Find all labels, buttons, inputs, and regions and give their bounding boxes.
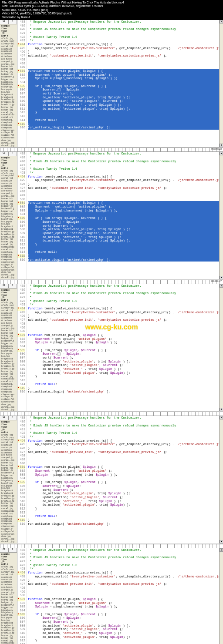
- code-line[interactable]: *: [28, 24, 219, 28]
- code-line[interactable]: *: [28, 295, 219, 299]
- code-line[interactable]: */: [28, 39, 219, 43]
- code-line[interactable]: [28, 212, 219, 216]
- code-line[interactable]: function run_activate_plugin( $plugin ) …: [28, 69, 219, 73]
- code-line[interactable]: do_action( 'activated_plugin', trim( $pl…: [28, 371, 219, 375]
- code-line[interactable]: *: [28, 156, 219, 160]
- sidebar-item[interactable]: cancelactio: [0, 510, 17, 513]
- code-line[interactable]: update_option( 'active_plugins', $curren…: [28, 363, 219, 367]
- code-line[interactable]: *: [28, 31, 219, 35]
- sidebar-item[interactable]: cancelactio: [0, 642, 17, 644]
- code-line[interactable]: */: [28, 171, 219, 175]
- code-line[interactable]: * @since Twenty Twelve 1.0: [28, 564, 219, 567]
- code-line[interactable]: * Binds JS handlers to make the Customiz…: [28, 424, 219, 428]
- sidebar-tab[interactable]: F: [9, 284, 17, 288]
- code-line[interactable]: }: [28, 182, 219, 186]
- code-line[interactable]: function run_activate_plugin( $plugin ) …: [28, 465, 219, 469]
- sidebar-item[interactable]: collage-fat: [0, 530, 17, 533]
- code-line[interactable]: * Enqueue Javascript postMessage handler…: [28, 152, 219, 156]
- timeline-ruler[interactable]: 00:00:23: [0, 148, 223, 152]
- code-line[interactable]: do_action( 'activate_' . trim( $plugin )…: [28, 367, 219, 371]
- code-line[interactable]: do_action( 'activate_plugin', trim( $plu…: [28, 492, 219, 496]
- file-sidebar[interactable]: ClFexamplefiverfiver_Mrandr-rafspfd.jpga…: [0, 548, 17, 644]
- code-line[interactable]: }: [28, 578, 219, 582]
- code-line[interactable]: add_action( 'customize_preview_init', 't…: [28, 318, 219, 322]
- sidebar-item[interactable]: afspfd.pspr: [0, 40, 17, 43]
- code-line[interactable]: $current[] = $plugin;: [28, 88, 219, 92]
- sidebar-item[interactable]: cancelactio: [0, 246, 17, 248]
- code-line[interactable]: * @since Twenty Twelve 1.0: [28, 167, 219, 171]
- code-line[interactable]: }: [28, 375, 219, 379]
- code-line[interactable]: wp_enqueue_script( 'twentytwelve-customi…: [28, 443, 219, 446]
- code-line[interactable]: * Binds JS handlers to make the Customiz…: [28, 292, 219, 295]
- code-line[interactable]: $plugin = plugin_basename( trim( $plugin…: [28, 605, 219, 609]
- code-line[interactable]: $plugin = plugin_basename( trim( $plugin…: [28, 341, 219, 345]
- sidebar-item[interactable]: darerEl.jpg: [0, 142, 17, 144]
- code-line[interactable]: if ( !in_array( $plugin, $current ) ) {: [28, 84, 219, 88]
- sidebar-tab[interactable]: Cl: [0, 284, 9, 288]
- file-sidebar[interactable]: ClFexamplefiverfiver_Mrandr-rafspfd.jpga…: [0, 20, 17, 148]
- code-line[interactable]: add_action( 'customize_preview_init', 't…: [28, 186, 219, 190]
- vertical-scrollbar[interactable]: [219, 20, 223, 148]
- code-line[interactable]: do_action( 'activate_plugin', trim( $plu…: [28, 96, 219, 100]
- sidebar-tree[interactable]: examplefiverfiver_Mrandr-rafspfd.jpgafsp…: [0, 156, 17, 279]
- code-line[interactable]: update_option( 'active_plugins', $curren…: [28, 231, 219, 235]
- code-line[interactable]: [28, 329, 219, 333]
- code-line[interactable]: }: [28, 314, 219, 318]
- sidebar-item[interactable]: darerEl.jpg: [0, 276, 17, 279]
- code-line[interactable]: do_action( 'activate_' . trim( $plugin )…: [28, 500, 219, 503]
- code-line[interactable]: if ( !in_array( $plugin, $current ) ) {: [28, 216, 219, 220]
- code-line[interactable]: [28, 454, 219, 458]
- code-line[interactable]: wp_enqueue_script( 'twentytwelve-customi…: [28, 47, 219, 50]
- code-line[interactable]: $current = get_option( 'active_plugins' …: [28, 469, 219, 473]
- code-line[interactable]: *: [28, 428, 219, 432]
- code-line[interactable]: * Binds JS handlers to make the Customiz…: [28, 27, 219, 31]
- code-content[interactable]: * Enqueue Javascript postMessage handler…: [27, 152, 219, 279]
- file-sidebar[interactable]: ClFexamplefiverfiver_Mrandr-rafspfd.jpga…: [0, 416, 17, 543]
- vertical-scrollbar[interactable]: [219, 152, 223, 279]
- code-line[interactable]: * Enqueue Javascript postMessage handler…: [28, 416, 219, 420]
- code-line[interactable]: [28, 511, 219, 515]
- code-line[interactable]: update_option( 'active_plugins', $curren…: [28, 99, 219, 103]
- code-line[interactable]: do_action( 'activated_plugin', trim( $pl…: [28, 107, 219, 111]
- code-line[interactable]: }: [28, 50, 219, 54]
- code-line[interactable]: * Enqueue Javascript postMessage handler…: [28, 548, 219, 552]
- code-line[interactable]: sort( $current );: [28, 92, 219, 96]
- code-line[interactable]: [28, 345, 219, 349]
- code-line[interactable]: run_activate_plugin( 'askimet/askimet.ph…: [28, 258, 219, 262]
- code-line[interactable]: * Enqueue Javascript postMessage handler…: [28, 20, 219, 24]
- code-line[interactable]: [28, 476, 219, 480]
- sidebar-tree[interactable]: examplefiverfiver_Mrandr-rafspfd.jpgafsp…: [0, 24, 17, 148]
- code-line[interactable]: $current = get_option( 'active_plugins' …: [28, 73, 219, 77]
- sidebar-item[interactable]: breedles.jp: [0, 497, 17, 500]
- code-line[interactable]: [28, 194, 219, 198]
- sidebar-item[interactable]: bettenuff.j: [0, 604, 17, 607]
- code-line[interactable]: [28, 247, 219, 251]
- vertical-scrollbar[interactable]: [219, 416, 223, 543]
- code-line[interactable]: do_action( 'activate_plugin', trim( $plu…: [28, 228, 219, 231]
- code-line[interactable]: $plugin = plugin_basename( trim( $plugin…: [28, 209, 219, 213]
- sidebar-item[interactable]: afspfd.pspr: [0, 304, 17, 307]
- code-line[interactable]: return null;: [28, 118, 219, 122]
- code-line[interactable]: }: [28, 243, 219, 247]
- code-line[interactable]: [28, 322, 219, 326]
- code-line[interactable]: * Enqueue Javascript postMessage handler…: [28, 284, 219, 288]
- code-line[interactable]: sort( $current );: [28, 224, 219, 228]
- code-line[interactable]: do_action( 'activate_' . trim( $plugin )…: [28, 103, 219, 107]
- sidebar-tree[interactable]: examplefiverfiver_Mrandr-rafspfd.jpgafsp…: [0, 553, 17, 644]
- code-line[interactable]: function twentytwelve_customize_preview_…: [28, 439, 219, 443]
- code-line[interactable]: [28, 326, 219, 330]
- code-line[interactable]: $current = get_option( 'active_plugins' …: [28, 337, 219, 341]
- code-line[interactable]: function run_activate_plugin( $plugin ) …: [28, 333, 219, 337]
- file-sidebar[interactable]: ClFexamplefiverfiver_Mrandr-rafspfd.jpga…: [0, 152, 17, 279]
- code-line[interactable]: */: [28, 435, 219, 439]
- code-line[interactable]: return null;: [28, 514, 219, 518]
- sidebar-item[interactable]: collage-fat: [0, 266, 17, 269]
- code-line[interactable]: function run_activate_plugin( $plugin ) …: [28, 597, 219, 601]
- code-line[interactable]: update_option( 'active_plugins', $curren…: [28, 627, 219, 631]
- code-line[interactable]: if ( !in_array( $plugin, $current ) ) {: [28, 480, 219, 484]
- code-line[interactable]: }: [28, 446, 219, 450]
- code-line[interactable]: }: [28, 507, 219, 511]
- code-line[interactable]: do_action( 'activate_plugin', trim( $plu…: [28, 624, 219, 628]
- sidebar-tab[interactable]: F: [9, 152, 17, 156]
- code-line[interactable]: wp_enqueue_script( 'twentytwelve-customi…: [28, 178, 219, 182]
